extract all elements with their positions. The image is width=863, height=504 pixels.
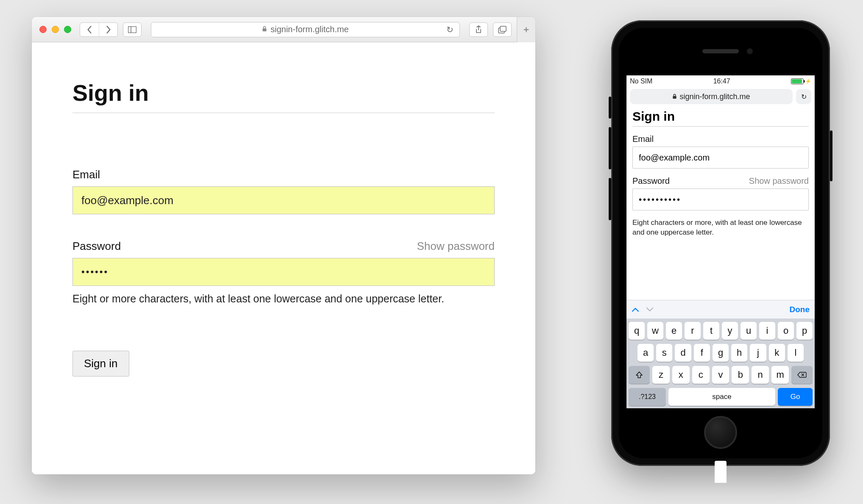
- svg-rect-2: [263, 28, 267, 31]
- battery-icon: [791, 78, 804, 84]
- key-i[interactable]: i: [759, 322, 775, 340]
- iphone-top-bezel: [619, 28, 822, 75]
- page-content: Sign in Email foo@example.com Password S…: [32, 42, 535, 474]
- space-key[interactable]: space: [668, 388, 775, 406]
- safari-toolbar: signin-form.glitch.me ↻ +: [32, 17, 535, 42]
- key-q[interactable]: q: [629, 322, 645, 340]
- shift-key[interactable]: [629, 366, 650, 384]
- sign-in-button[interactable]: Sign in: [72, 351, 129, 377]
- battery-wrap: ⚡: [791, 78, 811, 84]
- key-v[interactable]: v: [712, 366, 729, 384]
- iphone-screen: No SIM 16:47 ⚡ signin-form.glitch.me ↻ S…: [626, 75, 815, 408]
- key-u[interactable]: u: [741, 322, 757, 340]
- next-field-button[interactable]: [646, 305, 654, 314]
- ios-email-label: Email: [632, 134, 654, 144]
- show-password-toggle[interactable]: Show password: [417, 240, 495, 253]
- email-value: foo@example.com: [81, 194, 173, 207]
- keyboard-row-2: a s d f g h j k l: [629, 344, 813, 362]
- tabs-button[interactable]: [493, 22, 512, 37]
- speaker-grille: [702, 49, 739, 53]
- ios-password-value: ••••••••••: [639, 195, 681, 205]
- carrier-text: No SIM: [630, 78, 652, 85]
- ios-url-bar: signin-form.glitch.me ↻: [626, 87, 815, 106]
- ios-reload-button[interactable]: ↻: [796, 89, 811, 104]
- key-k[interactable]: k: [769, 344, 785, 362]
- go-key[interactable]: Go: [778, 388, 813, 406]
- lock-icon: [262, 26, 267, 33]
- power-button: [830, 130, 832, 181]
- svg-rect-0: [128, 26, 136, 33]
- email-input[interactable]: foo@example.com: [72, 186, 495, 214]
- front-camera: [747, 48, 753, 54]
- forward-button[interactable]: [99, 23, 117, 36]
- key-c[interactable]: c: [692, 366, 710, 384]
- status-time: 16:47: [713, 78, 730, 85]
- key-l[interactable]: l: [788, 344, 804, 362]
- reload-button[interactable]: ↻: [446, 25, 454, 35]
- url-text: signin-form.glitch.me: [270, 25, 349, 34]
- key-a[interactable]: a: [638, 344, 654, 362]
- key-e[interactable]: e: [666, 322, 682, 340]
- svg-rect-5: [673, 96, 676, 98]
- key-d[interactable]: d: [675, 344, 691, 362]
- ios-password-hint: Eight characters or more, with at least …: [632, 218, 809, 238]
- safari-window: signin-form.glitch.me ↻ + Sign in Email …: [32, 17, 535, 474]
- key-b[interactable]: b: [732, 366, 749, 384]
- keyboard-row-4: .?123 space Go: [629, 388, 813, 406]
- ios-url-text: signin-form.glitch.me: [679, 92, 750, 101]
- backspace-key[interactable]: [791, 366, 813, 384]
- key-t[interactable]: t: [703, 322, 719, 340]
- key-f[interactable]: f: [694, 344, 710, 362]
- nav-buttons: [80, 22, 118, 37]
- iphone-bezel: No SIM 16:47 ⚡ signin-form.glitch.me ↻ S…: [619, 28, 822, 458]
- key-j[interactable]: j: [750, 344, 766, 362]
- key-o[interactable]: o: [778, 322, 794, 340]
- ios-page-title: Sign in: [632, 109, 809, 127]
- back-button[interactable]: [80, 23, 99, 36]
- share-button[interactable]: [469, 22, 488, 37]
- key-z[interactable]: z: [652, 366, 670, 384]
- window-controls: [39, 26, 71, 33]
- maximize-window-button[interactable]: [64, 26, 71, 33]
- key-n[interactable]: n: [752, 366, 769, 384]
- close-window-button[interactable]: [39, 26, 47, 33]
- key-g[interactable]: g: [713, 344, 729, 362]
- volume-up-button: [609, 127, 611, 169]
- ios-page-content: Sign in Email foo@example.com Password S…: [626, 106, 815, 300]
- mode-switch-key[interactable]: .?123: [629, 388, 666, 406]
- email-field-block: Email foo@example.com: [72, 168, 495, 214]
- ios-email-value: foo@example.com: [639, 153, 710, 163]
- charging-cable: [715, 461, 727, 483]
- ios-show-password-toggle[interactable]: Show password: [749, 176, 809, 186]
- home-button[interactable]: [704, 416, 737, 449]
- ios-email-input[interactable]: foo@example.com: [632, 147, 809, 169]
- ios-password-input[interactable]: ••••••••••: [632, 188, 809, 210]
- sidebar-toggle-button[interactable]: [123, 22, 142, 37]
- key-y[interactable]: y: [722, 322, 738, 340]
- keyboard-accessory-bar: Done: [626, 300, 815, 318]
- password-input[interactable]: ••••••: [72, 258, 495, 286]
- password-field-block: Password Show password •••••• Eight or m…: [72, 240, 495, 305]
- keyboard-done-button[interactable]: Done: [790, 305, 810, 314]
- minimize-window-button[interactable]: [52, 26, 59, 33]
- key-p[interactable]: p: [796, 322, 813, 340]
- ios-keyboard: q w e r t y u i o p a s d f g h: [626, 318, 815, 408]
- ios-status-bar: No SIM 16:47 ⚡: [626, 75, 815, 87]
- password-value: ••••••: [81, 266, 109, 277]
- key-m[interactable]: m: [771, 366, 789, 384]
- new-tab-button[interactable]: +: [517, 17, 535, 42]
- key-x[interactable]: x: [672, 366, 690, 384]
- mute-switch: [609, 97, 611, 119]
- svg-rect-4: [500, 26, 506, 31]
- lock-icon: [672, 92, 677, 101]
- ios-address-bar[interactable]: signin-form.glitch.me: [630, 89, 793, 104]
- email-label: Email: [72, 168, 100, 181]
- key-h[interactable]: h: [731, 344, 747, 362]
- key-s[interactable]: s: [656, 344, 672, 362]
- address-bar[interactable]: signin-form.glitch.me ↻: [151, 22, 460, 37]
- prev-field-button[interactable]: [632, 305, 639, 314]
- page-title: Sign in: [72, 80, 495, 113]
- key-r[interactable]: r: [685, 322, 701, 340]
- key-w[interactable]: w: [647, 322, 663, 340]
- field-nav-arrows: [632, 305, 654, 314]
